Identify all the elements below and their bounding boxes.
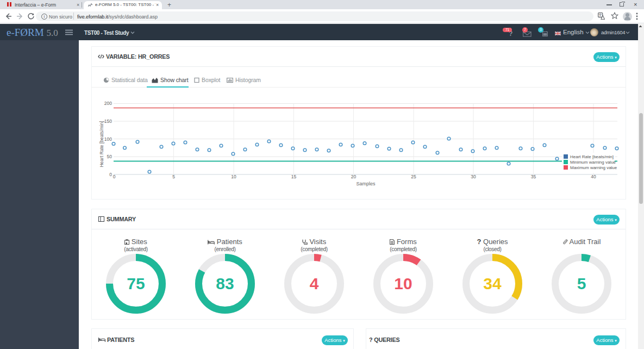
svg-text:15: 15: [291, 174, 297, 179]
svg-text:Minimum warning value: Minimum warning value: [570, 160, 616, 165]
svg-text:文: 文: [598, 13, 602, 17]
svg-text:20: 20: [351, 174, 357, 179]
svg-text:5: 5: [172, 174, 175, 179]
svg-text:0: 0: [113, 174, 116, 179]
svg-text:25: 25: [411, 174, 416, 179]
svg-text:Heart Rate [beats/min]: Heart Rate [beats/min]: [570, 154, 614, 159]
svg-text:Maximum warning value: Maximum warning value: [570, 165, 617, 170]
svg-text:0: 0: [109, 172, 112, 177]
svg-text:30: 30: [471, 174, 476, 179]
svg-text:40: 40: [591, 174, 596, 179]
svg-text:35: 35: [531, 174, 536, 179]
svg-text:150: 150: [104, 119, 112, 124]
svg-text:Samples: Samples: [356, 181, 376, 186]
svg-text:100: 100: [104, 136, 112, 142]
svg-text:10: 10: [231, 174, 236, 179]
svg-text:200: 200: [104, 101, 112, 106]
svg-text:Heart Rate [beats/min]: Heart Rate [beats/min]: [99, 121, 104, 167]
svg-text:50: 50: [107, 154, 112, 159]
